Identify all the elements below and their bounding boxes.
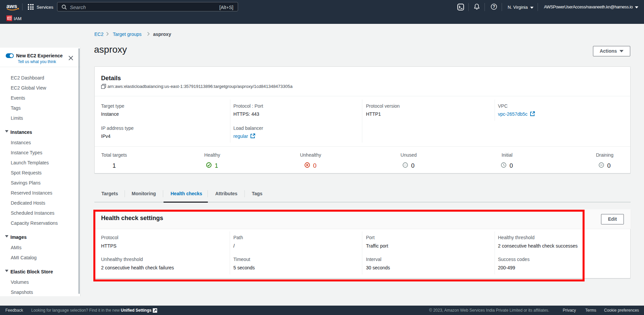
- svg-text:aws: aws: [6, 3, 17, 9]
- svg-text:?: ?: [493, 4, 495, 9]
